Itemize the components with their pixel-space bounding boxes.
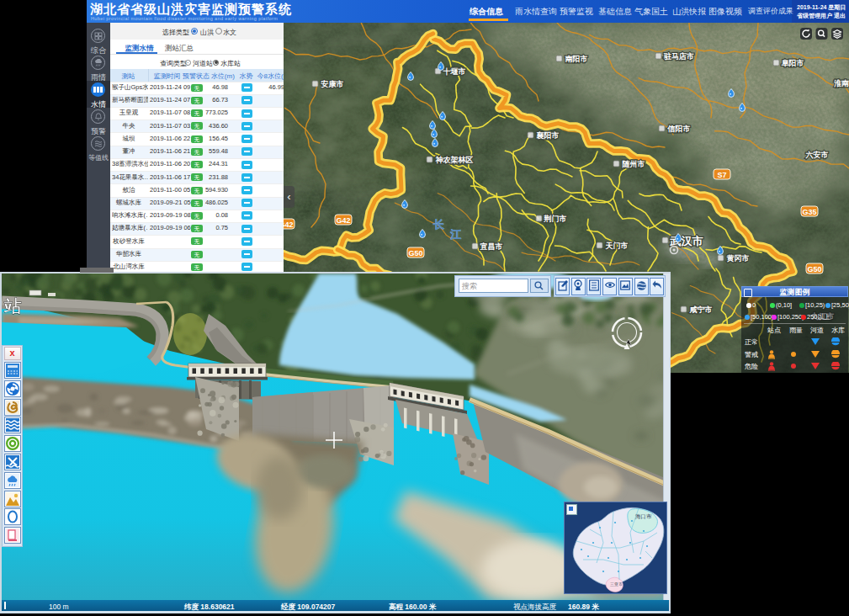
svg-text:淮南: 淮南 [834,79,849,88]
svg-text:海口市: 海口市 [635,513,652,520]
svg-text:三亚市: 三亚市 [610,581,623,587]
svg-text:阜阳市: 阜阳市 [782,59,804,67]
svg-text:襄阳市: 襄阳市 [536,131,560,140]
svg-text:长: 长 [432,218,446,231]
svg-text:安康市: 安康市 [321,79,344,88]
svg-text:咸宁市: 咸宁市 [689,305,713,314]
svg-text:信阳市: 信阳市 [667,125,691,133]
svg-text:宜昌市: 宜昌市 [480,242,503,251]
svg-text:G50: G50 [408,249,422,258]
svg-text:G35: G35 [802,208,816,216]
svg-text:江: 江 [450,228,462,241]
svg-text:南阳市: 南阳市 [565,55,588,63]
svg-text:十堰市: 十堰市 [443,67,466,76]
svg-text:荆门市: 荆门市 [544,215,567,223]
svg-text:G42: G42 [336,216,350,225]
svg-text:随州市: 随州市 [623,160,645,168]
svg-text:天门市: 天门市 [605,242,629,250]
svg-text:G50: G50 [807,265,821,273]
svg-text:站: 站 [3,296,22,316]
svg-text:神农架林区: 神农架林区 [435,156,474,164]
svg-text:驻马店市: 驻马店市 [663,52,694,61]
svg-text:S7: S7 [717,171,726,179]
svg-text:黄冈市: 黄冈市 [727,254,750,263]
svg-text:六安市: 六安市 [805,150,829,159]
